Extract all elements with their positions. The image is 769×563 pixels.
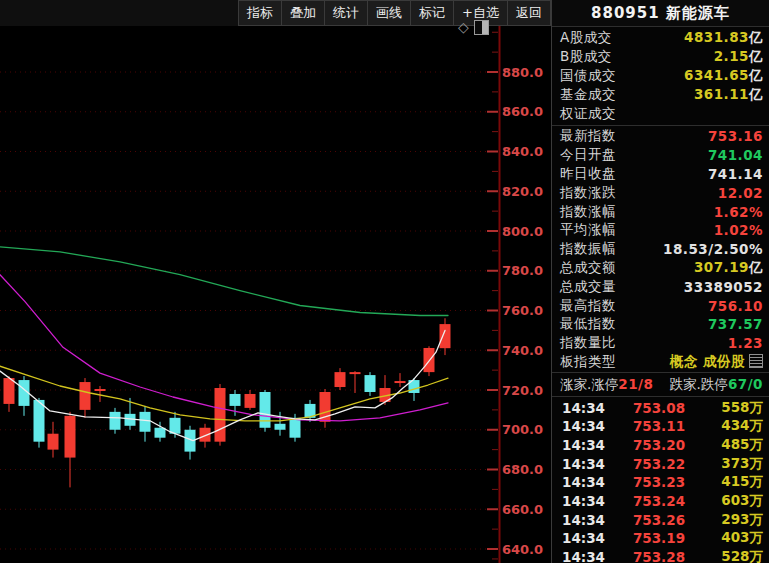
up-count-label: 涨家.涨停 bbox=[560, 376, 618, 392]
toolbar-button-标记[interactable]: 标记 bbox=[410, 0, 453, 26]
row-value: 756.10 bbox=[708, 298, 763, 314]
row-value: 2.15亿 bbox=[714, 48, 763, 66]
panel-row: 指数涨跌12.02 bbox=[552, 183, 769, 202]
row-value: 12.02 bbox=[718, 185, 763, 201]
stock-title: 880951 新能源车 bbox=[552, 0, 769, 27]
stock-list-icon[interactable] bbox=[749, 354, 763, 368]
tick-row: 14:34753.28528万 bbox=[552, 548, 769, 563]
panel-toggle-icon[interactable] bbox=[474, 20, 489, 35]
row-unit: 亿 bbox=[749, 29, 763, 45]
market-turnover-section: A股成交4831.83亿B股成交2.15亿国债成交6341.65亿基金成交361… bbox=[552, 27, 769, 126]
tick-time: 14:34 bbox=[562, 530, 619, 546]
row-label: 总成交量 bbox=[560, 278, 616, 296]
panel-row: 总成交量33389052 bbox=[552, 277, 769, 296]
tick-time: 14:34 bbox=[562, 474, 619, 490]
y-axis-label: 820.0 bbox=[502, 184, 543, 199]
row-label: A股成交 bbox=[560, 29, 612, 47]
panel-row: 最新指数753.16 bbox=[552, 127, 769, 146]
breadth-down: 跌家.跌停67/0 bbox=[670, 376, 763, 394]
row-value: 741.14 bbox=[708, 166, 763, 182]
y-axis-label: 800.0 bbox=[502, 224, 543, 239]
candle bbox=[65, 412, 76, 488]
tick-volume: 528万 bbox=[699, 548, 763, 563]
row-value: 307.19亿 bbox=[694, 259, 763, 277]
row-label: 最低指数 bbox=[560, 315, 616, 333]
ma-green bbox=[0, 247, 448, 316]
panel-row: 指数量比1.23 bbox=[552, 334, 769, 353]
y-axis-label: 760.0 bbox=[502, 303, 543, 318]
up-count-value: 21/8 bbox=[618, 376, 653, 392]
toolbar-button-叠加[interactable]: 叠加 bbox=[281, 0, 324, 26]
candle bbox=[260, 390, 271, 432]
panel-row: 今日开盘741.04 bbox=[552, 146, 769, 165]
row-unit: 亿 bbox=[749, 48, 763, 64]
candlestick-chart-area[interactable]: 880.0860.0840.0820.0800.0780.0760.0740.0… bbox=[0, 0, 551, 563]
row-label: 指数涨幅 bbox=[560, 203, 616, 221]
row-label: 国债成交 bbox=[560, 67, 616, 85]
candle bbox=[80, 378, 91, 418]
y-axis-label: 680.0 bbox=[502, 462, 543, 477]
row-value: 1.02% bbox=[714, 222, 763, 238]
index-stats-section: 最新指数753.16今日开盘741.04昨日收盘741.14指数涨跌12.02指… bbox=[552, 126, 769, 372]
panel-row: 昨日收盘741.14 bbox=[552, 165, 769, 184]
candle bbox=[395, 373, 406, 387]
tick-time: 14:34 bbox=[562, 493, 619, 509]
quote-panel: 880951 新能源车 A股成交4831.83亿B股成交2.15亿国债成交634… bbox=[551, 0, 769, 563]
panel-row: 权证成交 bbox=[552, 105, 769, 124]
diamond-marker-icon[interactable]: ◇ bbox=[458, 19, 469, 35]
row-label: 指数涨跌 bbox=[560, 184, 616, 202]
candle bbox=[305, 400, 316, 422]
row-label: 板指类型 bbox=[560, 353, 616, 371]
candlestick-chart[interactable]: 880.0860.0840.0820.0800.0780.0760.0740.0… bbox=[0, 0, 551, 563]
tick-price: 753.20 bbox=[619, 437, 699, 453]
y-axis-label: 720.0 bbox=[502, 383, 543, 398]
row-value: 753.16 bbox=[708, 128, 763, 144]
tick-time: 14:34 bbox=[562, 512, 619, 528]
row-unit: 亿 bbox=[749, 67, 763, 83]
row-label: 总成交额 bbox=[560, 259, 616, 277]
row-value: 18.53/2.50% bbox=[663, 241, 763, 257]
tick-time: 14:34 bbox=[562, 400, 619, 416]
tick-row: 14:34753.23415万 bbox=[552, 473, 769, 492]
tick-row: 14:34753.08558万 bbox=[552, 398, 769, 417]
row-label: 平均涨幅 bbox=[560, 221, 616, 239]
toolbar-button-指标[interactable]: 指标 bbox=[238, 0, 281, 26]
row-label: 今日开盘 bbox=[560, 146, 616, 164]
tick-volume: 415万 bbox=[699, 473, 763, 491]
panel-row: 最低指数737.57 bbox=[552, 315, 769, 334]
trading-terminal: 880.0860.0840.0820.0800.0780.0760.0740.0… bbox=[0, 0, 769, 563]
tick-row: 14:34753.20485万 bbox=[552, 436, 769, 455]
tick-row: 14:34753.24603万 bbox=[552, 492, 769, 511]
tick-volume: 293万 bbox=[699, 511, 763, 529]
row-value: 741.04 bbox=[708, 147, 763, 163]
row-unit: 亿 bbox=[749, 259, 763, 275]
y-axis-label: 640.0 bbox=[502, 542, 543, 557]
breadth-up: 涨家.涨停21/8 bbox=[560, 376, 653, 394]
tick-price: 753.23 bbox=[619, 474, 699, 490]
tick-row: 14:34753.26293万 bbox=[552, 510, 769, 529]
candle bbox=[440, 318, 451, 355]
toolbar-button-画线[interactable]: 画线 bbox=[367, 0, 410, 26]
down-count-value: 67/0 bbox=[728, 376, 763, 392]
row-label: 指数量比 bbox=[560, 334, 616, 352]
row-label: 最高指数 bbox=[560, 297, 616, 315]
row-label: 指数振幅 bbox=[560, 240, 616, 258]
panel-row: 板指类型概念 成份股 bbox=[552, 353, 769, 372]
tick-time: 14:34 bbox=[562, 549, 619, 563]
y-axis-label: 780.0 bbox=[502, 263, 543, 278]
tick-row: 14:34753.22373万 bbox=[552, 454, 769, 473]
tick-volume: 558万 bbox=[699, 399, 763, 417]
candle bbox=[110, 408, 121, 434]
toolbar-button-返回[interactable]: 返回 bbox=[507, 0, 551, 26]
candle bbox=[365, 372, 376, 396]
candle bbox=[245, 390, 256, 410]
stock-code: 880951 bbox=[591, 4, 660, 22]
candle bbox=[320, 389, 331, 428]
toolbar-button-统计[interactable]: 统计 bbox=[324, 0, 367, 26]
candle bbox=[140, 406, 151, 442]
row-value: 1.23 bbox=[728, 335, 763, 351]
y-axis-label: 860.0 bbox=[502, 104, 543, 119]
tick-time: 14:34 bbox=[562, 456, 619, 472]
tick-volume: 403万 bbox=[699, 529, 763, 547]
tick-list[interactable]: 14:34753.08558万14:34753.11434万14:34753.2… bbox=[552, 397, 769, 563]
